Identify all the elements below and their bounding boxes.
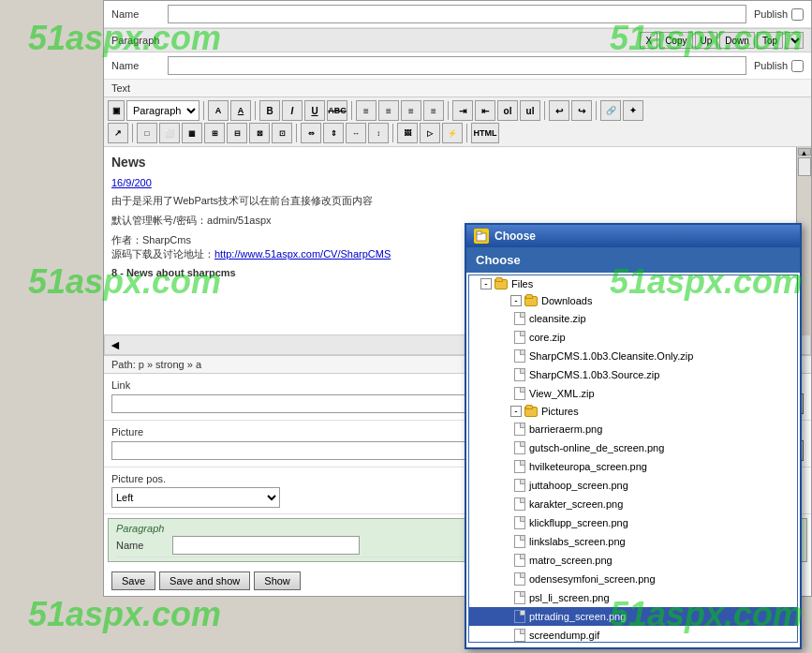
expand-downloads[interactable]: -	[510, 295, 522, 306]
save-and-show-button[interactable]: Save and show	[159, 571, 250, 590]
tb-t9[interactable]: ⇕	[323, 123, 344, 143]
file-karakter[interactable]: karakter_screen.png	[469, 495, 797, 513]
file-juttahoop[interactable]: juttahoop_screen.png	[469, 476, 797, 495]
toolbar-sep-6	[596, 101, 597, 120]
toolbar-row-2: ↗ □ ⬜ ▦ ⊞ ⊟ ⊠ ⊡ ⇔ ⇕ ↔ ↕ 🖼 ▷ ⚡ HTML	[108, 123, 807, 143]
folder-pictures-icon	[524, 407, 538, 417]
expand-files[interactable]: -	[480, 278, 492, 289]
name-input-2[interactable]	[168, 56, 746, 75]
tb-img-btn[interactable]: 🖼	[397, 123, 418, 143]
tb-bold-btn[interactable]: B	[259, 100, 280, 121]
toolbar-sep-9	[392, 124, 393, 142]
show-button[interactable]: Show	[254, 571, 301, 590]
picture-pos-select[interactable]: Left Right Center	[111, 487, 280, 508]
section-select[interactable]	[785, 32, 804, 49]
file-matro[interactable]: matro_screen.png	[469, 551, 797, 570]
file-sharpcms-source[interactable]: SharpCMS.1.0b3.Source.zip	[469, 365, 797, 384]
file-view-xml[interactable]: View_XML.zip	[469, 384, 797, 403]
toolbar-sep-5	[544, 101, 545, 120]
tb-align-right-btn[interactable]: ≡	[401, 100, 421, 121]
dialog-icon	[474, 229, 489, 244]
files-label: Files	[511, 278, 533, 289]
sharpcms-cleansite-label: SharpCMS.1.0b3.Cleansite.Only.zip	[529, 350, 693, 362]
dialog-body[interactable]: - Files - Downloads cleansite.zip	[468, 275, 798, 643]
file-hvilket[interactable]: hvilketeuropa_screen.png	[469, 457, 797, 476]
tb-strikethrough-btn[interactable]: ABC	[327, 100, 347, 121]
publish-checkbox-1[interactable]	[791, 8, 804, 21]
tb-t10[interactable]: ↔	[346, 123, 366, 143]
tb-flash-btn[interactable]: ⚡	[442, 123, 463, 143]
toolbar-sep-2	[255, 101, 256, 120]
name-row-2: Name Publish	[104, 52, 811, 80]
tb-bgcolor-btn[interactable]: A	[230, 100, 251, 121]
expand-pictures[interactable]: -	[510, 406, 522, 417]
dialog-titlebar: Choose	[466, 225, 800, 247]
up-button[interactable]: Up	[695, 32, 718, 49]
tb-underline-btn[interactable]: U	[304, 100, 325, 121]
tb-media-btn[interactable]: ▷	[420, 123, 440, 143]
name-input-3[interactable]	[172, 536, 360, 555]
save-button[interactable]: Save	[111, 571, 155, 590]
left-arrow-btn[interactable]: ◄	[109, 337, 122, 352]
tb-outdent-btn[interactable]: ⇤	[475, 100, 495, 121]
tb-source-btn[interactable]: ↗	[108, 123, 128, 143]
tree-downloads[interactable]: - Downloads	[469, 292, 797, 309]
dialog-title: Choose	[495, 230, 536, 243]
file-klickflupp[interactable]: klickflupp_screen.png	[469, 513, 797, 532]
tb-t1[interactable]: □	[137, 123, 157, 143]
file-barrieraerm[interactable]: barrieraerm.png	[469, 420, 797, 438]
tb-t2[interactable]: ⬜	[159, 123, 180, 143]
tb-t4[interactable]: ⊞	[204, 123, 225, 143]
file-linkslabs[interactable]: linkslabs_screen.png	[469, 532, 797, 551]
tb-align-justify-btn[interactable]: ≡	[423, 100, 444, 121]
date-link[interactable]: 16/9/200	[111, 177, 152, 188]
file-core[interactable]: core.zip	[469, 328, 797, 347]
tb-redo-btn[interactable]: ↪	[571, 100, 592, 121]
tb-t3[interactable]: ▦	[182, 123, 202, 143]
tb-undo-btn[interactable]: ↩	[549, 100, 569, 121]
tb-color-btn[interactable]: A	[208, 100, 229, 121]
barrieraerm-label: barrieraerm.png	[529, 423, 602, 435]
tb-t7[interactable]: ⊡	[272, 123, 292, 143]
file-cleansite[interactable]: cleansite.zip	[469, 309, 797, 328]
file-psl[interactable]: psl_li_screen.png	[469, 588, 797, 607]
x-button[interactable]: X	[640, 32, 657, 49]
name-input-1[interactable]	[168, 5, 746, 23]
file-pttrading[interactable]: pttrading_screen.png	[469, 607, 797, 626]
tree-files-root[interactable]: - Files	[469, 275, 797, 292]
tb-align-center-btn[interactable]: ≡	[378, 100, 399, 121]
gutsch-label: gutsch-online_de_screen.png	[529, 442, 664, 453]
top-button[interactable]: Top	[757, 32, 783, 49]
content-heading: News	[111, 155, 792, 170]
copy-button[interactable]: Copy	[659, 32, 692, 49]
tree-pictures[interactable]: - Pictures	[469, 403, 797, 420]
file-icon-klickflupp	[514, 516, 525, 529]
tb-special-btn[interactable]: ✦	[623, 100, 643, 121]
style-select[interactable]: Paragraph Heading 1 Heading 2	[126, 100, 199, 121]
file-screendump[interactable]: screendump.gif	[469, 626, 797, 643]
scroll-thumb[interactable]	[798, 157, 811, 176]
tb-html-btn[interactable]: HTML	[471, 123, 499, 143]
tb-link-btn[interactable]: 🔗	[600, 100, 621, 121]
scroll-up-btn[interactable]: ▲	[798, 148, 811, 156]
tb-indent-btn[interactable]: ⇥	[452, 100, 473, 121]
source-link[interactable]: http://www.51aspx.com/CV/SharpCMS	[214, 248, 391, 260]
tb-ul-btn[interactable]: ul	[520, 100, 540, 121]
publish-checkbox-2[interactable]	[791, 60, 804, 72]
tb-ol-btn[interactable]: ol	[497, 100, 518, 121]
down-button[interactable]: Down	[719, 32, 755, 49]
tb-italic-btn[interactable]: I	[282, 100, 303, 121]
file-icon-screendump	[514, 629, 525, 642]
paragraph-header-1: Paragraph X Copy Up Down Top	[104, 28, 811, 52]
paragraph-header-label-1: Paragraph	[111, 35, 159, 46]
file-gutsch[interactable]: gutsch-online_de_screen.png	[469, 438, 797, 457]
tb-t5[interactable]: ⊟	[227, 123, 247, 143]
file-icon-karakter	[514, 497, 525, 511]
tb-align-left-btn[interactable]: ≡	[356, 100, 376, 121]
file-sharpcms-cleansite[interactable]: SharpCMS.1.0b3.Cleansite.Only.zip	[469, 347, 797, 365]
tb-t8[interactable]: ⇔	[301, 123, 321, 143]
file-odense[interactable]: odensesymfoni_screen.png	[469, 570, 797, 588]
tb-t11[interactable]: ↕	[368, 123, 389, 143]
tb-t6[interactable]: ⊠	[249, 123, 270, 143]
tb-show-btn[interactable]: ▣	[108, 100, 125, 121]
